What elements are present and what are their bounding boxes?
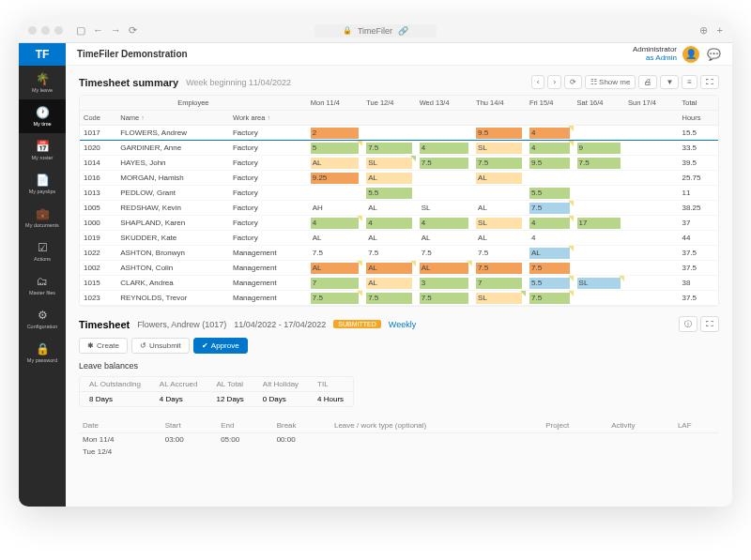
approve-button[interactable]: ✔Approve: [193, 338, 248, 354]
avatar[interactable]: 👤: [682, 46, 699, 63]
table-row[interactable]: 1016MORGAN, HamishFactory9.25ALAL25.75: [80, 171, 718, 186]
calendar-icon: 📅: [36, 140, 50, 153]
user-block[interactable]: Administrator as Admin: [633, 46, 677, 63]
table-row[interactable]: 1000SHAPLAND, KarenFactory444SL41737: [80, 216, 718, 231]
reload-icon[interactable]: ⟳: [129, 24, 137, 37]
table-row[interactable]: 1013PEDLOW, GrantFactory5.55.511: [80, 186, 718, 201]
detail-employee: Flowers, Andrew (1017): [137, 320, 226, 329]
detail-range: 11/04/2022 - 17/04/2022: [234, 320, 326, 329]
unsubmit-button[interactable]: ↺Unsubmit: [131, 338, 190, 354]
entry-row[interactable]: Mon 11/403:0005:0000:00: [79, 433, 719, 446]
refresh-button[interactable]: ⟳: [564, 75, 582, 89]
summary-subtitle: Week beginning 11/04/2022: [186, 78, 291, 87]
summary-grid: Employee Mon 11/4Tue 12/4Wed 13/4Thu 14/…: [80, 96, 718, 306]
back-icon[interactable]: ←: [93, 24, 103, 37]
url-label: TimeFiler: [358, 26, 392, 36]
col-workarea[interactable]: Work area ↑: [229, 111, 307, 126]
table-row[interactable]: 1005REDSHAW, KevinFactoryAHALSLAL7.538.2…: [80, 201, 718, 216]
nav-item-actions[interactable]: ☑Actions: [19, 235, 66, 268]
table-row[interactable]: 1019SKUDDER, KateFactoryALALALAL444: [80, 231, 718, 246]
sidebar: TF 🌴My leave🕐My time📅My roster📄My paysli…: [19, 43, 66, 507]
nav-item-my-time[interactable]: 🕐My time: [19, 99, 66, 133]
address-bar[interactable]: 🔒 TimeFiler 🔗: [314, 24, 437, 38]
table-row[interactable]: 1017FLOWERS, AndrewFactory29.5415.5: [80, 126, 718, 141]
prev-button[interactable]: ‹: [531, 75, 545, 89]
user-role: as Admin: [633, 54, 677, 63]
info-button[interactable]: ⓘ: [679, 316, 697, 332]
summary-title: Timesheet summary: [79, 77, 178, 88]
entries-table: DateStartEndBreakLeave / work type (opti…: [79, 418, 719, 458]
list-button[interactable]: ≡: [682, 75, 697, 89]
nav-item-my-payslips[interactable]: 📄My payslips: [19, 167, 66, 201]
detail-title: Timesheet: [79, 319, 130, 330]
balances-title: Leave balances: [79, 361, 719, 371]
lock-icon: 🔒: [343, 26, 352, 35]
lock-icon: 🔒: [36, 342, 50, 356]
col-code[interactable]: Code: [80, 111, 116, 126]
table-row[interactable]: 1015CLARK, AndreaManagement7AL375.5SL38: [80, 276, 718, 291]
clock-icon: 🕐: [36, 106, 50, 119]
download-icon[interactable]: ⊕: [699, 24, 708, 37]
col-name[interactable]: Name ↑: [116, 111, 229, 126]
group-header-employee: Employee: [80, 96, 307, 111]
gear-icon: ⚙: [38, 309, 48, 322]
next-button[interactable]: ›: [547, 75, 561, 89]
col-hours[interactable]: Hours: [678, 111, 718, 126]
tasks-icon: ☑: [38, 241, 48, 254]
window-titlebar: ▢ ← → ⟳ 🔒 TimeFiler 🔗 ⊕ +: [19, 19, 732, 43]
expand-button[interactable]: ⛶: [700, 75, 719, 89]
new-tab-icon[interactable]: +: [717, 24, 723, 37]
app-title: TimeFiler Demonstration: [77, 49, 188, 59]
table-row[interactable]: 1022ASHTON, BronwynManagement7.57.57.57.…: [80, 246, 718, 261]
traffic-lights: [28, 26, 63, 35]
table-row[interactable]: 1023REYNOLDS, TrevorManagement7.57.57.5S…: [80, 291, 718, 306]
nav-item-my-leave[interactable]: 🌴My leave: [19, 66, 66, 99]
showme-button[interactable]: ☷Show me: [585, 75, 636, 89]
table-row[interactable]: 1002ASHTON, ColinManagementALALAL7.57.53…: [80, 261, 718, 276]
nav-item-master-files[interactable]: 🗂Master files: [19, 268, 66, 302]
balances-table: AL OutstandingAL AccruedAL TotalAlt Holi…: [79, 376, 354, 407]
detail-expand-button[interactable]: ⛶: [700, 316, 719, 332]
briefcase-icon: 💼: [36, 207, 50, 220]
topbar: TimeFiler Demonstration Administrator as…: [66, 43, 732, 66]
nav-item-my-roster[interactable]: 📅My roster: [19, 133, 66, 167]
create-button[interactable]: ✱Create: [79, 338, 128, 354]
entry-row[interactable]: Tue 12/4: [79, 446, 719, 458]
nav-item-configuration[interactable]: ⚙Configuration: [19, 302, 66, 336]
logo: TF: [19, 43, 66, 66]
chat-icon[interactable]: 💬: [707, 48, 721, 61]
filter-button[interactable]: ▼: [660, 75, 679, 89]
forward-icon[interactable]: →: [111, 24, 121, 37]
palm-icon: 🌴: [36, 72, 50, 85]
files-icon: 🗂: [37, 275, 48, 288]
mode-link[interactable]: Weekly: [389, 320, 416, 329]
link-icon: 🔗: [398, 26, 408, 36]
list-icon: 📄: [36, 174, 50, 187]
status-badge: Submitted: [333, 320, 380, 328]
sidebar-toggle-icon[interactable]: ▢: [76, 24, 85, 37]
col-total[interactable]: Total: [678, 96, 718, 111]
print-button[interactable]: 🖨: [638, 75, 657, 89]
nav-item-my-password[interactable]: 🔒My password: [19, 336, 66, 370]
nav-item-my-documents[interactable]: 💼My documents: [19, 201, 66, 235]
table-row[interactable]: 1014HAYES, JohnFactoryALSL7.57.59.57.539…: [80, 156, 718, 171]
table-row[interactable]: 1020GARDINER, AnneFactory57.54SL4933.5: [80, 141, 718, 156]
